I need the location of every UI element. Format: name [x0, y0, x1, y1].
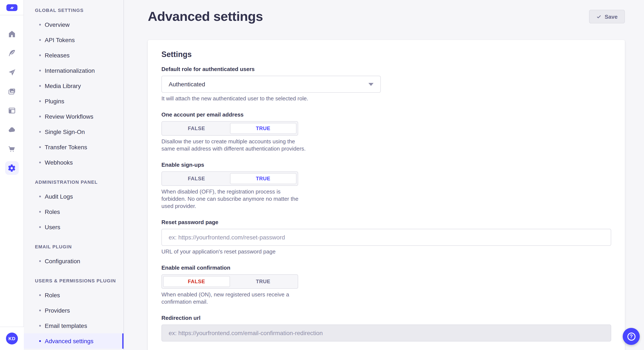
settings-card: Settings Default role for authenticated …: [148, 40, 625, 350]
icon-rail: KD: [0, 0, 24, 350]
rail-item-content[interactable]: [5, 46, 18, 60]
subnav-section-email-plugin: EMAIL PLUGIN Configuration: [24, 243, 124, 269]
bullet-icon: [39, 24, 41, 25]
field-default-role: Default role for authenticated users Aut…: [162, 66, 611, 102]
rail-item-cloud[interactable]: [5, 123, 18, 137]
bullet-icon: [39, 260, 41, 262]
default-role-select[interactable]: Authenticated: [162, 76, 381, 93]
sidebar-item-up-roles[interactable]: Roles: [24, 288, 124, 303]
sidebar-item-internationalization[interactable]: Internationalization: [24, 63, 124, 78]
sidebar-item-advanced-settings[interactable]: Advanced settings: [24, 334, 124, 349]
bullet-icon: [39, 196, 41, 197]
redirection-url-input: [162, 325, 611, 342]
media-library-icon: [8, 87, 16, 96]
sidebar-item-label: Audit Logs: [45, 193, 73, 200]
sidebar-item-webhooks[interactable]: Webhooks: [24, 155, 124, 170]
bullet-icon: [39, 85, 41, 87]
sidebar-item-review-workflows[interactable]: Review Workflows: [24, 109, 124, 124]
chevron-down-icon: [368, 83, 374, 86]
bullet-icon: [39, 162, 41, 163]
sidebar-item-label: Overview: [45, 21, 70, 28]
section-header: EMAIL PLUGIN: [24, 243, 124, 250]
rail-icon-nav: [5, 27, 18, 180]
field-email-confirmation: Enable email confirmation FALSE TRUE Whe…: [162, 265, 611, 305]
sidebar-item-label: Configuration: [45, 258, 80, 265]
page-header: Advanced settings Save: [148, 9, 625, 24]
rail-item-home[interactable]: [5, 27, 18, 41]
feather-icon: [8, 49, 16, 57]
toggle-option-false[interactable]: FALSE: [163, 173, 230, 184]
field-label: One account per email address: [162, 111, 611, 118]
one-account-toggle: FALSE TRUE: [162, 121, 298, 136]
toggle-option-false[interactable]: FALSE: [163, 123, 230, 134]
section-header: ADMINISTRATION PANEL: [24, 178, 124, 185]
sidebar-item-single-sign-on[interactable]: Single Sign-On: [24, 124, 124, 140]
reset-password-input[interactable]: [162, 229, 611, 246]
sidebar-item-releases[interactable]: Releases: [24, 48, 124, 63]
sidebar-item-label: Webhooks: [45, 159, 73, 166]
bullet-icon: [39, 325, 41, 327]
toggle-option-true[interactable]: TRUE: [230, 276, 296, 287]
sidebar-item-admin-roles[interactable]: Roles: [24, 204, 124, 219]
field-label: Enable sign-ups: [162, 162, 611, 168]
cloud-icon: [8, 126, 16, 134]
select-value: Authenticated: [169, 81, 205, 88]
rail-item-marketplace[interactable]: [5, 142, 18, 156]
field-reset-password-page: Reset password page URL of your applicat…: [162, 219, 611, 255]
field-label: Reset password page: [162, 219, 611, 225]
card-heading: Settings: [162, 50, 611, 59]
page-title: Advanced settings: [148, 9, 263, 24]
save-button-label: Save: [604, 13, 618, 20]
field-label: Default role for authenticated users: [162, 66, 611, 72]
sidebar-item-audit-logs[interactable]: Audit Logs: [24, 189, 124, 204]
toggle-option-true[interactable]: TRUE: [230, 123, 296, 134]
signups-toggle: FALSE TRUE: [162, 172, 298, 186]
toggle-option-true[interactable]: TRUE: [230, 173, 296, 184]
bullet-icon: [39, 226, 41, 228]
bullet-icon: [39, 340, 41, 342]
rail-item-content-type-builder[interactable]: [5, 104, 18, 117]
user-avatar[interactable]: KD: [6, 333, 18, 345]
section-header: GLOBAL SETTINGS: [24, 7, 124, 14]
save-button[interactable]: Save: [589, 10, 625, 23]
sidebar-item-label: Advanced settings: [45, 338, 94, 345]
sidebar-item-email-configuration[interactable]: Configuration: [24, 253, 124, 269]
strapi-logo[interactable]: [6, 4, 17, 11]
bullet-icon: [39, 100, 41, 102]
sidebar-item-admin-users[interactable]: Users: [24, 219, 124, 235]
toggle-option-false[interactable]: FALSE: [163, 276, 230, 287]
rail-item-settings[interactable]: [5, 161, 18, 175]
field-label: Enable email confirmation: [162, 265, 611, 271]
sidebar-item-overview[interactable]: Overview: [24, 17, 124, 32]
sidebar-item-label: Plugins: [45, 98, 64, 105]
check-icon: [596, 14, 601, 19]
sidebar-item-label: Roles: [45, 208, 60, 215]
sidebar-item-plugins[interactable]: Plugins: [24, 94, 124, 109]
rail-item-media[interactable]: [5, 85, 18, 98]
question-mark-icon: ?: [627, 332, 635, 341]
sidebar-item-providers[interactable]: Providers: [24, 303, 124, 318]
bullet-icon: [39, 146, 41, 148]
field-label: Redirection url: [162, 315, 611, 321]
bullet-icon: [39, 116, 41, 117]
sidebar-item-email-templates[interactable]: Email templates: [24, 318, 124, 334]
rail-item-deploy[interactable]: [5, 65, 18, 79]
field-redirection-url: Redirection url: [162, 315, 611, 342]
paper-plane-icon: [8, 68, 16, 77]
rail-bottom: KD: [0, 327, 24, 350]
sidebar-item-label: Roles: [45, 292, 60, 299]
field-hint: URL of your application's reset password…: [162, 248, 611, 255]
bullet-icon: [39, 294, 41, 296]
settings-subnav: GLOBAL SETTINGS Overview API Tokens Rele…: [24, 0, 124, 350]
sidebar-item-api-tokens[interactable]: API Tokens: [24, 32, 124, 48]
cart-icon: [8, 145, 16, 153]
help-button[interactable]: ?: [623, 328, 640, 345]
sidebar-item-media-library[interactable]: Media Library: [24, 78, 124, 94]
subnav-section-admin-panel: ADMINISTRATION PANEL Audit Logs Roles Us…: [24, 178, 124, 235]
sidebar-item-transfer-tokens[interactable]: Transfer Tokens: [24, 140, 124, 155]
bullet-icon: [39, 39, 41, 41]
sidebar-item-label: Releases: [45, 52, 70, 59]
field-enable-signups: Enable sign-ups FALSE TRUE When disabled…: [162, 162, 611, 210]
rail-divider: [0, 15, 24, 15]
bullet-icon: [39, 131, 41, 133]
